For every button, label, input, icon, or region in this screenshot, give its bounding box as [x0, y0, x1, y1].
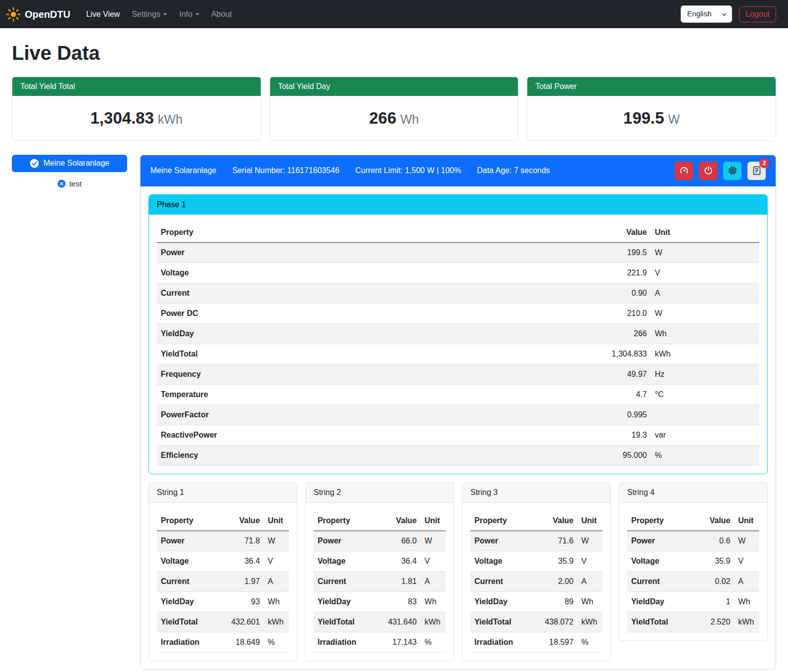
unit-cell: W [264, 531, 289, 551]
event-log-button[interactable]: 2 [747, 162, 766, 180]
table-row: Voltage35.9V [470, 551, 603, 571]
string-card-1: String 1 Property Value Unit [148, 482, 297, 661]
device-info-button[interactable] [723, 162, 742, 180]
value-cell: 0.02 [685, 571, 734, 591]
table-row: YieldDay89Wh [470, 591, 603, 612]
string-table: Property Value Unit Power0.6WVoltage35.9… [627, 511, 759, 632]
value-cell: 266 [572, 323, 650, 344]
language-value: English [687, 9, 711, 18]
limit-settings-button[interactable] [675, 162, 693, 180]
logout-button[interactable]: Logout [739, 6, 776, 22]
unit-cell: Hz [651, 364, 759, 384]
property-cell: Voltage [470, 551, 528, 571]
value-cell: 1,304.833 [572, 344, 650, 364]
nav-item-settings[interactable]: Settings [127, 4, 172, 24]
table-row: Current2.00A [470, 571, 603, 591]
value-cell: 199.5 [572, 242, 650, 263]
unit-cell: A [420, 571, 446, 591]
value-cell: 71.6 [528, 531, 577, 551]
unit-cell: var [651, 425, 759, 445]
card-title: Total Power [527, 77, 776, 96]
string-card-2: String 2 Property Value Unit [305, 482, 454, 661]
value-cell: 83 [371, 591, 420, 612]
property-cell: Current [314, 571, 371, 591]
table-row: Power71.6W [470, 531, 603, 551]
phase-title: Phase 1 [149, 195, 767, 215]
table-row: YieldTotal2.520kWh [627, 612, 759, 632]
current-limit: Current Limit: 1,500 W | 100% [355, 165, 461, 177]
inverter-sidebar: Meine Solaranlage test [12, 155, 127, 190]
table-row: YieldTotal438.072kWh [470, 612, 603, 632]
unit-cell: Wh [651, 323, 759, 344]
phase-table: Property Value Unit Power199.5WVoltage22… [157, 223, 759, 466]
unit-cell: Wh [264, 591, 289, 612]
value-cell: 1 [685, 591, 734, 612]
property-cell: Power [314, 531, 371, 551]
property-cell: Voltage [314, 551, 371, 571]
table-row: Voltage36.4V [157, 551, 289, 571]
table-body: Power71.8WVoltage36.4VCurrent1.97AYieldD… [157, 531, 289, 652]
table-row: YieldTotal432.601kWh [157, 612, 289, 632]
x-circle-icon [57, 179, 66, 188]
table-body: Power199.5WVoltage221.9VCurrent0.90APowe… [157, 242, 759, 465]
unit-cell: W [734, 531, 759, 551]
value-cell: 4.7 [572, 384, 650, 404]
table-body: Power66.0WVoltage36.4VCurrent1.81AYieldD… [314, 531, 446, 652]
power-button[interactable] [699, 162, 717, 180]
table-row: YieldDay93Wh [157, 591, 289, 612]
table-row: Power199.5W [157, 242, 759, 263]
navbar: OpenDTU Live View Settings Info About En… [0, 0, 788, 28]
language-select[interactable]: English [681, 5, 732, 23]
property-cell: YieldTotal [157, 612, 215, 632]
table-row: Efficiency95.000% [157, 445, 759, 465]
table-header-row: Property Value Unit [157, 223, 759, 243]
property-cell: Irradiation [157, 632, 215, 652]
unit-header: Unit [651, 223, 759, 243]
table-row: Voltage35.9V [627, 551, 759, 571]
value-cell: 432.601 [215, 612, 264, 632]
page-container: Live Data Total Yield Total 1,304.83kWh … [0, 28, 788, 672]
value-cell: 18.597 [528, 632, 577, 652]
card-unit: Wh [400, 112, 419, 126]
table-row: YieldDay83Wh [314, 591, 446, 612]
brand[interactable]: OpenDTU [6, 7, 70, 22]
string-title: String 1 [149, 483, 297, 503]
card-total-power: Total Power 199.5W [527, 77, 776, 141]
unit-cell: kWh [264, 612, 289, 632]
value-cell: 89 [528, 591, 577, 612]
property-cell: Efficiency [157, 445, 572, 465]
table-row: Frequency49.97Hz [157, 364, 759, 384]
inverter-select-meine-solaranlage[interactable]: Meine Solaranlage [12, 155, 127, 172]
nav-item-label: Settings [132, 8, 160, 20]
property-header: Property [627, 511, 685, 531]
unit-cell: W [420, 531, 446, 551]
gauge-icon [679, 166, 689, 176]
journal-list-icon [752, 166, 762, 176]
unit-cell: V [264, 551, 289, 571]
nav-item-about[interactable]: About [206, 4, 237, 24]
property-cell: Power [470, 531, 528, 551]
value-cell: 71.8 [215, 531, 264, 551]
value-cell: 36.4 [215, 551, 264, 571]
brand-label: OpenDTU [25, 7, 70, 22]
value-cell: 210.0 [572, 303, 650, 323]
table-row: YieldDay1Wh [627, 591, 759, 612]
inverter-select-test[interactable]: test [12, 179, 127, 190]
nav-item-label: Info [179, 8, 192, 20]
unit-cell: V [734, 551, 759, 571]
unit-header: Unit [264, 511, 289, 531]
unit-cell: % [264, 632, 289, 652]
string-title: String 2 [306, 483, 454, 503]
value-cell: 1.81 [371, 571, 420, 591]
unit-cell: V [577, 551, 603, 571]
check-circle-icon [30, 159, 39, 168]
value-cell: 431.640 [371, 612, 420, 632]
inverter-label: test [69, 179, 81, 190]
property-cell: Voltage [157, 263, 572, 283]
property-cell: Temperature [157, 384, 572, 404]
card-title: Total Yield Day [270, 77, 518, 96]
nav-item-info[interactable]: Info [174, 4, 204, 24]
panel-buttons: 2 [675, 162, 766, 180]
value-cell: 95.000 [572, 445, 650, 465]
nav-item-live-view[interactable]: Live View [81, 4, 125, 24]
